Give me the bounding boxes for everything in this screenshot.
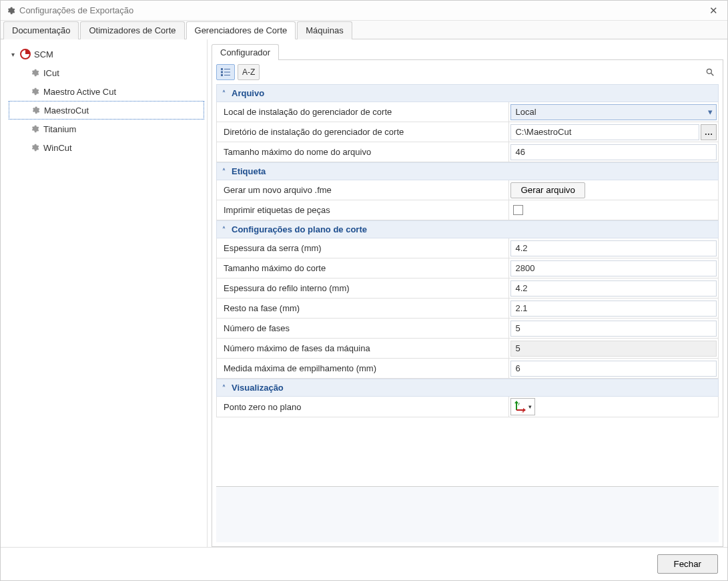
subtab-configurador[interactable]: Configurador bbox=[212, 44, 279, 60]
tree-item-label: WinCut bbox=[43, 143, 72, 153]
input-refilo[interactable]: 4.2 bbox=[510, 280, 717, 297]
row-tamanho-nome: Tamanho máximo do nome do arquivo 46 bbox=[216, 142, 719, 162]
input-espessura-serra[interactable]: 4.2 bbox=[510, 240, 717, 256]
alphabetical-view-button[interactable]: A-Z bbox=[238, 64, 260, 80]
gear-icon bbox=[29, 124, 41, 134]
titlebar: Configurações de Exportação ✕ bbox=[1, 1, 727, 21]
window-close-button[interactable]: ✕ bbox=[705, 5, 722, 17]
group-etiqueta-header[interactable]: ˄ Etiqueta bbox=[216, 162, 719, 180]
chevron-down-icon: ▾ bbox=[704, 107, 716, 117]
group-plano-header[interactable]: ˄ Configurações do plano de corte bbox=[216, 220, 719, 238]
checkbox-imprimir-etiquetas[interactable] bbox=[513, 205, 523, 215]
label-max-fases-maquina: Número máximo de fases da máquina bbox=[217, 339, 508, 358]
axis-origin-selector[interactable]: y x ▾ bbox=[510, 398, 535, 415]
gear-icon bbox=[29, 87, 41, 96]
tree-item-label: ICut bbox=[43, 68, 59, 78]
input-tamanho-corte[interactable]: 2800 bbox=[510, 260, 717, 276]
main-tabs: Documentação Otimizadores de Corte Geren… bbox=[1, 21, 727, 39]
tab-gerenciadores[interactable]: Gerenciadores de Corte bbox=[186, 21, 296, 39]
property-body: ˄ Arquivo Local de instalação do gerenci… bbox=[212, 84, 723, 482]
svg-line-8 bbox=[711, 73, 714, 76]
label-imprimir-etiquetas: Imprimir etiquetas de peças bbox=[217, 200, 508, 220]
input-resto-fase[interactable]: 2.1 bbox=[510, 301, 717, 317]
tree-item-maestro-active-cut[interactable]: Maestro Active Cut bbox=[9, 82, 204, 101]
svg-rect-4 bbox=[224, 72, 230, 73]
svg-rect-3 bbox=[221, 71, 223, 73]
label-tamanho-corte: Tamanho máximo do corte bbox=[217, 258, 508, 278]
categorized-view-button[interactable] bbox=[216, 64, 235, 80]
input-empilhamento[interactable]: 6 bbox=[510, 361, 717, 377]
label-ponto-zero: Ponto zero no plano bbox=[217, 397, 508, 417]
subtab-bar: Configurador bbox=[212, 43, 723, 60]
label-local-instalacao: Local de instalação do gerenciador de co… bbox=[217, 102, 508, 122]
svg-rect-2 bbox=[224, 69, 230, 69]
row-refilo: Espessura do refilo interno (mm) 4.2 bbox=[216, 278, 719, 299]
gear-icon bbox=[29, 143, 41, 152]
gerar-arquivo-button[interactable]: Gerar arquivo bbox=[510, 182, 585, 198]
property-toolbar: A-Z bbox=[212, 60, 723, 84]
content-area: ▾ SCM ICut Maestro Active Cut MaestroCut bbox=[1, 39, 727, 547]
row-tamanho-corte: Tamanho máximo do corte 2800 bbox=[216, 258, 719, 278]
group-visualizacao-header[interactable]: ˄ Visualização bbox=[216, 379, 719, 397]
svg-rect-1 bbox=[221, 68, 223, 70]
label-numero-fases: Número de fases bbox=[217, 319, 508, 338]
tree-item-label: MaestroCut bbox=[44, 106, 89, 116]
row-diretorio-instalacao: Diretório de instalação do gerenciador d… bbox=[216, 122, 719, 142]
right-panel: Configurador A-Z ˄ Arquivo bbox=[208, 39, 727, 547]
input-tamanho-nome[interactable]: 46 bbox=[510, 144, 717, 160]
row-espessura-serra: Espessura da serra (mm) 4.2 bbox=[216, 238, 719, 258]
svg-text:y: y bbox=[518, 401, 520, 405]
tree-item-maestrocut[interactable]: MaestroCut bbox=[9, 101, 204, 120]
caret-up-icon: ˄ bbox=[222, 168, 232, 175]
tree-root[interactable]: ▾ SCM bbox=[9, 45, 204, 63]
row-numero-fases: Número de fases 5 bbox=[216, 319, 719, 339]
tree-item-icut[interactable]: ICut bbox=[9, 63, 204, 82]
row-ponto-zero: Ponto zero no plano y x bbox=[216, 397, 719, 417]
tab-otimizadores[interactable]: Otimizadores de Corte bbox=[80, 21, 184, 39]
label-gerar-fme: Gerar um novo arquivo .fme bbox=[217, 180, 508, 200]
label-resto-fase: Resto na fase (mm) bbox=[217, 299, 508, 318]
tree-item-label: Titanium bbox=[43, 124, 76, 134]
search-icon[interactable] bbox=[705, 67, 719, 77]
window-title: Configurações de Exportação bbox=[19, 5, 705, 15]
group-arquivo-header[interactable]: ˄ Arquivo bbox=[216, 84, 719, 102]
label-empilhamento: Medida máxima de empilhamento (mm) bbox=[217, 359, 508, 378]
input-numero-fases[interactable]: 5 bbox=[510, 321, 717, 337]
row-gerar-fme: Gerar um novo arquivo .fme Gerar arquivo bbox=[216, 180, 719, 200]
export-settings-window: Configurações de Exportação ✕ Documentaç… bbox=[0, 0, 728, 581]
combo-value: Local bbox=[511, 107, 704, 117]
input-max-fases-maquina: 5 bbox=[510, 341, 717, 357]
caret-up-icon: ˄ bbox=[222, 89, 232, 97]
row-resto-fase: Resto na fase (mm) 2.1 bbox=[216, 299, 719, 319]
gear-icon bbox=[29, 106, 41, 115]
row-max-fases-maquina: Número máximo de fases da máquina 5 bbox=[216, 339, 719, 359]
gear-icon bbox=[6, 6, 15, 15]
caret-down-icon: ▾ bbox=[11, 51, 19, 58]
row-local-instalacao: Local de instalação do gerenciador de co… bbox=[216, 102, 719, 122]
browse-button[interactable]: … bbox=[701, 124, 717, 140]
caret-up-icon: ˄ bbox=[222, 384, 232, 391]
close-button[interactable]: Fechar bbox=[657, 554, 718, 574]
tree-panel: ▾ SCM ICut Maestro Active Cut MaestroCut bbox=[1, 39, 208, 547]
input-diretorio[interactable]: C:\MaestroCut bbox=[510, 124, 699, 140]
tree-item-titanium[interactable]: Titanium bbox=[9, 120, 204, 138]
axis-icon: y x bbox=[514, 401, 527, 413]
label-diretorio: Diretório de instalação do gerenciador d… bbox=[217, 122, 508, 142]
description-panel bbox=[216, 486, 719, 542]
chevron-down-icon: ▾ bbox=[528, 403, 532, 410]
svg-rect-6 bbox=[224, 75, 230, 75]
caret-up-icon: ˄ bbox=[222, 226, 232, 233]
tree-item-wincut[interactable]: WinCut bbox=[9, 138, 204, 157]
svg-text:x: x bbox=[522, 409, 524, 413]
combo-local-instalacao[interactable]: Local ▾ bbox=[510, 104, 717, 120]
tab-maquinas[interactable]: Máquinas bbox=[297, 21, 352, 39]
svg-rect-5 bbox=[221, 74, 223, 76]
group-title: Arquivo bbox=[232, 88, 264, 98]
property-search-input[interactable] bbox=[262, 64, 703, 80]
property-grid: A-Z ˄ Arquivo Local de instalação do ger… bbox=[212, 59, 723, 547]
label-tamanho-nome: Tamanho máximo do nome do arquivo bbox=[217, 142, 508, 162]
tab-documentacao[interactable]: Documentação bbox=[3, 21, 79, 39]
row-empilhamento: Medida máxima de empilhamento (mm) 6 bbox=[216, 359, 719, 379]
svg-point-7 bbox=[707, 69, 711, 73]
group-title: Visualização bbox=[232, 383, 284, 393]
